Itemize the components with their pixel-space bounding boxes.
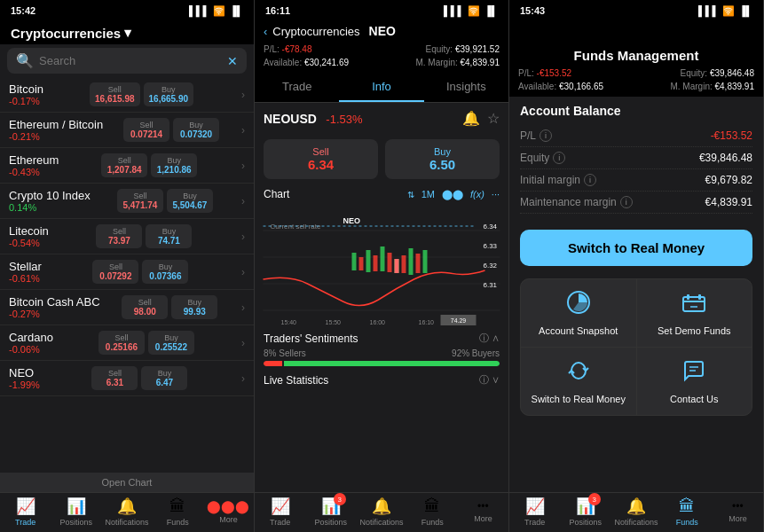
more-chart-btn[interactable]: ··· — [492, 189, 500, 200]
nav-item-trade-3[interactable]: 📈 Trade — [509, 497, 560, 527]
maintenance-margin-info-btn[interactable]: i — [620, 196, 633, 208]
nav-item-funds-3[interactable]: 🏛 Funds — [662, 497, 713, 527]
list-item[interactable]: Bitcoin Cash ABC -0.27% Sell 98.00 Buy 9… — [0, 290, 254, 325]
svg-rect-16 — [388, 253, 392, 272]
buy-btn[interactable]: Buy 6.47 — [141, 366, 187, 390]
sell-btn[interactable]: Sell 73.97 — [96, 224, 142, 248]
buy-btn[interactable]: Buy 5,504.67 — [167, 189, 213, 213]
buy-btn[interactable]: Buy 0.25522 — [148, 331, 194, 355]
nav-item-notifications-2[interactable]: 🔔 Notifications — [356, 497, 406, 527]
bell-icon[interactable]: 🔔 — [462, 110, 480, 127]
balance-row-maintenance-margin: Maintenance margin i €4,839.91 — [520, 192, 752, 214]
funds-icon-2: 🏛 — [424, 497, 440, 516]
nav-item-funds-2[interactable]: 🏛 Funds — [407, 497, 458, 527]
nav-item-more[interactable]: ⬤⬤⬤ More — [203, 499, 254, 524]
list-item[interactable]: Ethereum / Bitcoin -0.21% Sell 0.07214 B… — [0, 113, 254, 148]
nav-item-trade[interactable]: 📈 Trade — [0, 497, 51, 527]
buy-btn[interactable]: Buy 16,665.90 — [144, 82, 194, 106]
pl-info-btn[interactable]: i — [540, 129, 552, 142]
sell-label: Sell — [106, 156, 142, 165]
star-icon[interactable]: ☆ — [487, 110, 500, 127]
buy-price: 6.47 — [146, 378, 182, 387]
price-buttons: Sell 0.25166 Buy 0.25522 — [98, 331, 194, 355]
buy-btn[interactable]: Buy 74.71 — [146, 224, 192, 248]
list-item[interactable]: Litecoin -0.54% Sell 73.97 Buy 74.71 › — [0, 219, 254, 254]
list-item[interactable]: Ethereum -0.43% Sell 1,207.84 Buy 1,210.… — [0, 148, 254, 184]
tab-insights[interactable]: Insights — [424, 73, 508, 102]
more-icon-3: ••• — [732, 500, 744, 512]
crypto-name: Bitcoin — [9, 82, 43, 96]
equity-info-btn[interactable]: i — [553, 152, 565, 164]
nav-item-more-2[interactable]: ••• More — [458, 500, 508, 523]
nav-label-more: More — [219, 515, 238, 524]
account-balance-section: Account Balance P/L i -€153.52 Equity i … — [509, 97, 763, 221]
nav-item-more-3[interactable]: ••• More — [713, 500, 763, 523]
search-input[interactable] — [39, 54, 222, 67]
initial-margin-info-btn[interactable]: i — [584, 174, 596, 186]
sell-label: Sell — [95, 85, 135, 94]
panel-neo-trade: 16:11 ▌▌▌ 🛜 ▐▌ ‹ Cryptocurrencies NEO 🖨 … — [255, 0, 509, 532]
close-icon[interactable]: ✕ — [227, 54, 238, 68]
sell-label: Sell — [98, 262, 133, 271]
sell-label: Sell — [127, 298, 162, 307]
print-icon[interactable]: 🖨 — [229, 25, 243, 41]
sell-btn[interactable]: Sell 0.25166 — [98, 331, 145, 355]
buy-trade-btn[interactable]: Buy 6.50 — [385, 139, 500, 179]
tab-trade[interactable]: Trade — [255, 73, 339, 102]
sell-btn[interactable]: Sell 98.00 — [122, 295, 168, 319]
nav-label-notifications: Notifications — [105, 518, 148, 527]
sell-btn[interactable]: Sell 0.07214 — [123, 118, 169, 142]
nav-item-notifications[interactable]: 🔔 Notifications — [101, 497, 152, 527]
nav-item-positions-2[interactable]: 📊 3 Positions — [305, 497, 356, 527]
account-snapshot-btn[interactable]: Account Snapshot — [521, 279, 636, 347]
nav-item-notifications-3[interactable]: 🔔 Notifications — [610, 497, 661, 527]
switch-real-money-icon — [566, 358, 591, 388]
sellers-label: 8% Sellers — [264, 348, 306, 358]
sell-btn[interactable]: Sell 5,471.74 — [117, 189, 163, 213]
switch-to-real-money-button[interactable]: Switch to Real Money — [520, 230, 752, 266]
share-icon[interactable]: 🖨 — [485, 23, 500, 39]
timeframe-btn[interactable]: 1M — [421, 189, 435, 200]
buy-btn[interactable]: Buy 99.93 — [171, 295, 217, 319]
nav-label-trade-3: Trade — [524, 518, 545, 527]
sell-btn[interactable]: Sell 0.07292 — [92, 260, 138, 284]
switch-real-money-btn[interactable]: Switch to Real Money — [521, 348, 636, 415]
chart-title: Chart — [264, 188, 289, 200]
svg-rect-34 — [698, 294, 701, 300]
buy-btn[interactable]: Buy 1,210.86 — [151, 153, 197, 177]
list-item[interactable]: Bitcoin -0.17% Sell 16,615.98 Buy 16,665… — [0, 77, 254, 113]
function-btn[interactable]: f(x) — [470, 189, 484, 200]
tab-info[interactable]: Info — [339, 73, 423, 102]
neo-icons: 🔔 ☆ — [462, 110, 500, 127]
nav-item-funds[interactable]: 🏛 Funds — [153, 497, 203, 527]
nav-item-trade-2[interactable]: 📈 Trade — [255, 497, 305, 527]
sell-btn[interactable]: Sell 1,207.84 — [101, 153, 147, 177]
dropdown-icon[interactable]: ▾ — [124, 25, 131, 41]
list-item[interactable]: Cardano -0.06% Sell 0.25166 Buy 0.25522 … — [0, 325, 254, 361]
crypto-name: Cardano — [9, 331, 53, 344]
equity-stat: Equity: €39,921.52 — [426, 44, 500, 54]
sell-btn[interactable]: Sell 6.31 — [91, 366, 138, 390]
svg-rect-15 — [381, 246, 385, 271]
nav-item-positions-3[interactable]: 📊 3 Positions — [560, 497, 610, 527]
list-item[interactable]: NEO -1.99% Sell 6.31 Buy 6.47 › — [0, 361, 254, 396]
set-demo-funds-btn[interactable]: Set Demo Funds — [637, 279, 752, 347]
contact-us-btn[interactable]: Contact Us — [637, 348, 752, 415]
funds-icon: 🏛 — [169, 497, 185, 516]
candlestick-icon[interactable]: ⬤⬤ — [442, 189, 463, 200]
nav-item-positions[interactable]: 📊 Positions — [51, 497, 101, 527]
chart-svg: Current sell rate 6.34 6.33 6.32 6.31 NE… — [255, 204, 508, 328]
sell-btn[interactable]: Sell 16,615.98 — [90, 82, 140, 106]
sell-trade-btn[interactable]: Sell 6.34 — [264, 139, 378, 179]
svg-rect-22 — [395, 259, 399, 273]
buy-price: 1,210.86 — [156, 165, 192, 175]
back-button[interactable]: ‹ — [264, 25, 267, 38]
list-item[interactable]: Stellar -0.61% Sell 0.07292 Buy 0.07366 … — [0, 254, 254, 290]
buy-btn[interactable]: Buy 0.07366 — [142, 260, 188, 284]
sell-label: Sell — [129, 121, 164, 129]
buy-btn[interactable]: Buy 0.07320 — [173, 118, 219, 142]
list-item[interactable]: Crypto 10 Index 0.14% Sell 5,471.74 Buy … — [0, 184, 254, 219]
initial-margin-label: Initial margin i — [520, 174, 596, 186]
print-icon-3[interactable]: 🖨 — [740, 25, 754, 41]
price-buttons: Sell 6.31 Buy 6.47 — [91, 366, 187, 390]
